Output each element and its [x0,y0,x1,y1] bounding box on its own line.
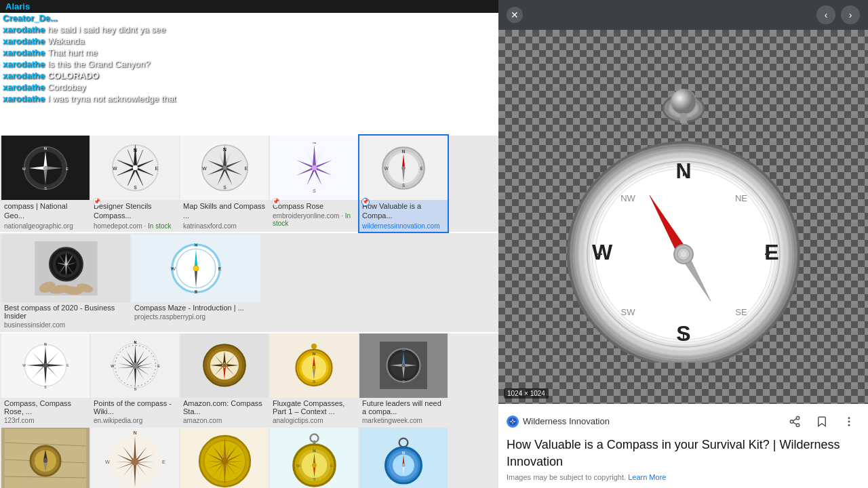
svg-point-151 [399,438,408,447]
footer-copyright: Images may be subject to copyright. Lear… [507,473,860,481]
grid-cell-embroidery[interactable]: N S 📌 Compass Rose embroideryonline.com … [270,136,358,232]
grid-cell-amazon[interactable]: Amazon.com: Compass Sta... amazon.com [180,333,269,426]
grid-cell-homedepot[interactable]: N S W E 📌 Designer Stencils Compass... h… [91,136,179,232]
preview-image-area: N S W E NW NE SW SE [498,30,868,404]
source-wikipedia: en.wikipedia.org [91,417,179,426]
left-panel: Alaris Creator_De... xarodathe he said i… [0,0,498,488]
grid-cell-ornate[interactable] [180,428,269,488]
svg-text:W: W [202,166,207,171]
svg-text:E: E [66,166,68,170]
svg-point-63 [218,267,220,269]
grid-cell-wildinno[interactable]: N S W E 📌 How Valuable is a Compa... wil… [359,136,448,232]
grid-cell-blue[interactable]: N [359,428,448,488]
source-homedepot: homedepot.com · In stock [91,222,179,232]
grid-cell-map[interactable] [1,428,90,488]
caption-businsider: Best compass of 2020 - Business Insider [1,302,130,321]
compass-dark2-icon: N S [380,342,427,389]
bookmark-button[interactable] [811,411,833,432]
svg-point-195 [790,420,793,423]
chat-overlay: Creator_De... xarodathe he said i said h… [0,12,258,104]
site-badge: Wilderness Innovation [507,415,610,428]
chat-text-7: I was tryna not acknowledge that [47,94,176,104]
caption-mapskills: Map Skills and Compass ... [180,200,269,222]
footer-title: How Valuable is a Compass in your Surviv… [507,436,860,470]
source-vectorstock: wildernessinnovation.com [359,222,448,232]
svg-point-40 [401,166,406,170]
svg-text:W: W [105,458,110,464]
grid-cell-gold2[interactable]: N S W E [270,428,358,488]
close-button[interactable]: ✕ [507,7,523,23]
grid-cell-wikipedia[interactable]: N S W E Points of the compass - Wiki... … [91,333,179,426]
svg-line-197 [793,422,796,424]
svg-point-138 [221,458,228,464]
site-name: Wilderness Innovation [523,416,610,426]
share-button[interactable] [784,411,806,432]
svg-text:N: N [313,352,315,356]
caption-marketing: Future leaders will need a compa... [359,398,448,417]
source-raspberrypi: projects.raspberrypi.org [132,313,260,323]
svg-text:S: S [44,186,47,190]
grid-cell-marketing[interactable]: N S Future leaders will need a compa... … [359,333,448,426]
svg-text:W: W [22,166,26,170]
grid-cell-analogic[interactable]: N S Fluxgate Compasses, Part 1 – Context… [270,333,358,426]
svg-text:W: W [113,166,117,171]
svg-text:N: N [313,142,316,144]
caption-embroidery: Compass Rose [270,200,358,212]
svg-point-21 [222,166,226,170]
grid-cell-mapskills[interactable]: N S W E Map Skills and Compass ... katri… [180,136,269,232]
svg-point-60 [195,244,197,246]
more-button[interactable] [838,411,860,432]
chat-name-1: xarodathe [3,24,45,35]
svg-text:E: E [162,458,165,464]
chat-text-6: Cordobay [47,82,85,92]
preview-footer: Wilderness Innovation [498,404,868,488]
svg-point-162 [671,89,696,114]
preview-header: ✕ ‹ › [498,0,868,30]
grid-cell-businsider[interactable]: Best compass of 2020 - Business Insider … [1,235,130,331]
svg-text:E: E [330,464,333,468]
learn-more-link[interactable]: Learn More [628,473,666,481]
svg-text:S: S [313,477,315,481]
grid-cell-brown-rose[interactable]: N S W E [91,428,179,488]
svg-text:S: S [313,380,315,384]
svg-point-62 [172,267,174,269]
chat-text-3: That hurt me [47,47,98,58]
svg-point-184 [681,251,686,257]
size-badge: 1024 × 1024 [504,388,549,399]
pin-icon-2: 📌 [272,198,280,206]
svg-text:SW: SW [620,307,635,317]
channel-banner: Alaris [0,0,498,13]
svg-point-59 [193,266,199,271]
chat-name-2: xarodathe [3,36,45,46]
svg-text:S: S [402,183,405,188]
svg-text:S: S [313,188,316,193]
source-natgeo: nationalgeographic.org [1,222,90,232]
svg-point-126 [43,459,47,463]
source-123rf: 123rf.com [1,417,90,426]
footer-top: Wilderness Innovation [507,411,860,432]
svg-text:W: W [111,363,114,367]
svg-line-198 [793,419,796,421]
grid-cell-raspberrypi[interactable]: N S W E Compass Maze - Introduction | ..… [132,235,260,331]
source-businsider: businessinsider.com [1,321,130,331]
source-marketing: marketingweek.com [359,417,448,426]
prev-nav-button[interactable]: ‹ [816,5,835,24]
grid-cell-natgeo[interactable]: N S W E compass | National Geo... nation… [1,136,90,232]
svg-point-105 [312,366,316,370]
svg-point-81 [132,363,138,369]
pin-icon: 📌 [93,198,101,206]
svg-text:N: N [402,450,405,454]
svg-point-196 [796,424,800,427]
close-icon: ✕ [511,9,519,20]
favicon-icon [508,417,517,426]
grid-cell-123rf[interactable]: N S W E Compass, Compass Rose, ... 123rf… [1,333,90,426]
svg-point-13 [132,165,138,171]
chat-name-0: Creator_De... [3,13,58,23]
compass-map-icon [5,429,86,488]
svg-text:E: E [66,364,69,367]
channel-name: Alaris [5,1,30,12]
compass-brown-icon: N S W E [104,431,165,488]
svg-point-10 [43,166,47,170]
svg-text:S: S [402,380,405,384]
next-nav-button[interactable]: › [841,5,860,24]
